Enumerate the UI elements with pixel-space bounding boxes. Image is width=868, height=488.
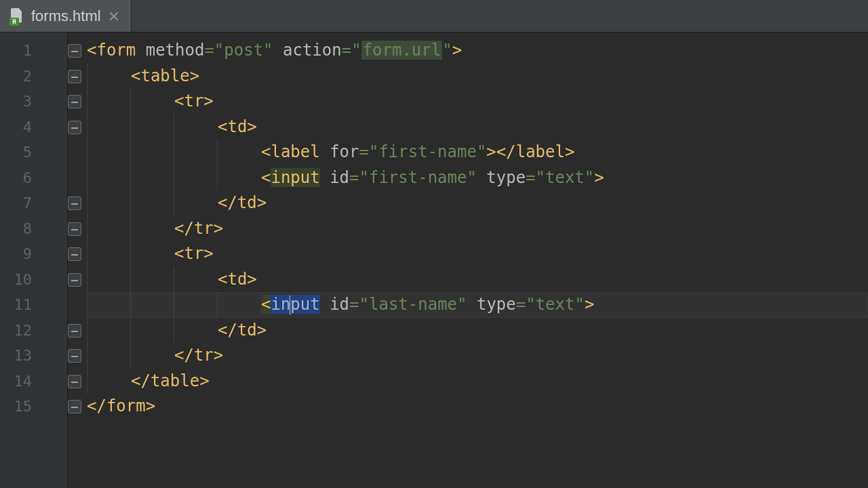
selected-token: in [271, 295, 290, 314]
line-number-gutter: 123456789101112131415 [0, 33, 68, 488]
action-url: form.url [361, 41, 443, 60]
code-line[interactable]: </tr> [87, 343, 868, 369]
code-line[interactable]: <form method="post" action="form.url"> [87, 38, 868, 64]
code-area[interactable]: <form method="post" action="form.url"> <… [68, 33, 868, 488]
tab-filename: forms.html [31, 7, 101, 25]
code-line[interactable]: </td> [87, 190, 868, 216]
line-number: 13 [0, 343, 67, 369]
code-line[interactable]: </td> [87, 318, 868, 344]
line-number: 7 [0, 190, 67, 216]
html-file-icon [9, 8, 24, 24]
line-number: 5 [0, 140, 67, 165]
tab-bar: forms.html [0, 0, 868, 33]
code-line[interactable]: <td> [87, 267, 868, 293]
editor: 123456789101112131415 <form method="post… [0, 33, 868, 488]
code-line[interactable]: <label for="first-name"></label> [87, 140, 868, 165]
line-number: 12 [0, 318, 67, 344]
line-number: 8 [0, 216, 67, 242]
line-number: 3 [0, 89, 67, 115]
line-number: 9 [0, 241, 67, 267]
line-number: 11 [0, 292, 67, 318]
line-number: 2 [0, 64, 67, 89]
code-line[interactable]: </table> [87, 369, 868, 394]
line-number: 10 [0, 267, 67, 293]
code-line[interactable]: </form> [87, 394, 868, 420]
line-number: 15 [0, 394, 67, 420]
close-icon[interactable] [108, 10, 120, 22]
code-line[interactable]: <table> [87, 64, 868, 89]
tab-forms-html[interactable]: forms.html [0, 0, 132, 32]
code-line[interactable]: <tr> [87, 89, 868, 115]
line-number: 14 [0, 369, 67, 394]
line-number: 4 [0, 115, 67, 140]
code-line[interactable]: </tr> [87, 216, 868, 242]
line-number: 1 [0, 38, 67, 64]
code-line[interactable]: <input id="first-name" type="text"> [87, 165, 868, 191]
line-number: 6 [0, 165, 67, 191]
code-line-current[interactable]: <input id="last-name" type="text"> [87, 292, 868, 318]
code-line[interactable]: <td> [87, 115, 868, 140]
code-line[interactable]: <tr> [87, 241, 868, 267]
